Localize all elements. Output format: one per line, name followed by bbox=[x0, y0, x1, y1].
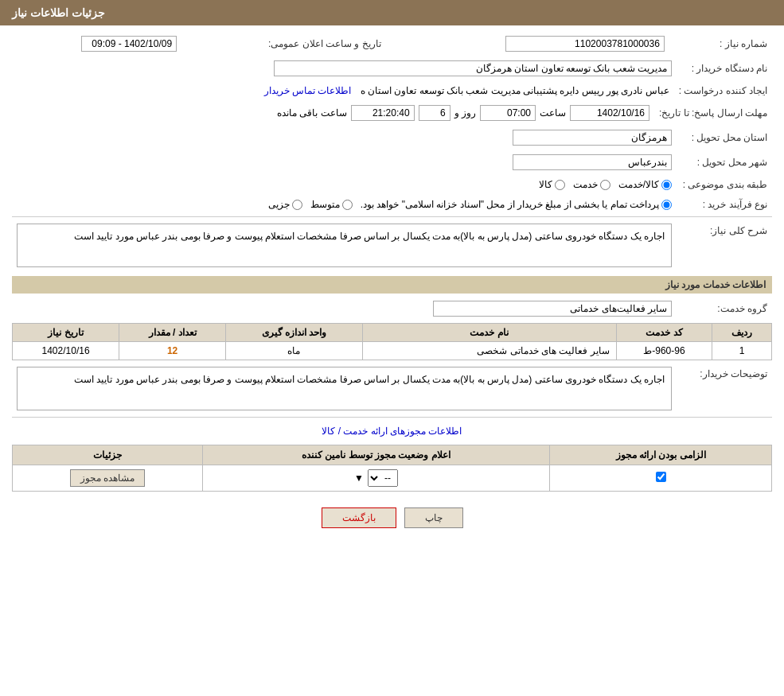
send-date-input[interactable] bbox=[570, 105, 649, 121]
city-input[interactable] bbox=[513, 154, 672, 170]
permit-table-row: -- ▼ مشاهده مجوز bbox=[13, 465, 772, 492]
radio-khedmat[interactable]: خدمت bbox=[573, 179, 610, 190]
permit-status-cell: -- ▼ bbox=[202, 465, 550, 492]
info-section-requester: ایجاد کننده درخواست : عباس نادری پور ریی… bbox=[12, 83, 772, 99]
cell-name: سایر فعالیت های خدماتی شخصی bbox=[362, 342, 616, 360]
print-button[interactable]: چاپ bbox=[404, 507, 463, 528]
col-quantity: تعداد / مقدار bbox=[119, 324, 226, 342]
service-group-label: گروه خدمت: bbox=[677, 298, 772, 319]
info-section-1: شماره نیاز : تاریخ و ساعت اعلان عمومی: bbox=[12, 33, 772, 54]
permit-section-link[interactable]: اطلاعات مجوزهای ارائه خدمت / کالا bbox=[317, 421, 466, 441]
divider-2 bbox=[12, 417, 772, 418]
permit-table: الزامی بودن ارائه مجوز اعلام وضعیت مجوز … bbox=[12, 445, 772, 492]
announce-date-label: تاریخ و ساعت اعلان عمومی: bbox=[181, 33, 397, 54]
info-section-notes: توضیحات خریدار: اجاره یک دستگاه خودروی س… bbox=[12, 364, 772, 413]
table-row: 1 960-96-ط سایر فعالیت های خدماتی شخصی م… bbox=[13, 342, 772, 360]
permit-required-cell bbox=[550, 465, 772, 492]
cell-code: 960-96-ط bbox=[616, 342, 712, 360]
radio-kala-khedmat[interactable]: کالا/خدمت bbox=[618, 179, 672, 190]
cell-unit: ماه bbox=[226, 342, 363, 360]
info-section-city: شهر محل تحویل : bbox=[12, 152, 772, 173]
process-label: نوع فرآیند خرید : bbox=[677, 196, 772, 212]
info-section-province: استان محل تحویل : bbox=[12, 127, 772, 148]
services-section-title: اطلاعات خدمات مورد نیاز bbox=[12, 276, 772, 294]
col-row: ردیف bbox=[712, 324, 772, 342]
buyer-org-label: نام دستگاه خریدار : bbox=[677, 58, 772, 79]
services-table: ردیف کد خدمت نام خدمت واحد اندازه گیری ت… bbox=[12, 323, 772, 360]
radio-process-note: پرداخت تمام یا بخشی از مبلغ خریدار از مح… bbox=[361, 199, 672, 210]
cell-date: 1402/10/16 bbox=[13, 342, 119, 360]
info-section-buyer: نام دستگاه خریدار : bbox=[12, 58, 772, 79]
divider-1 bbox=[12, 216, 772, 217]
info-section-service-group: گروه خدمت: bbox=[12, 298, 772, 319]
radio-partial[interactable]: جزیی bbox=[268, 199, 302, 210]
need-description-text: اجاره یک دستگاه خودروی ساعتی (مدل پارس ب… bbox=[17, 224, 672, 267]
province-input[interactable] bbox=[513, 130, 672, 146]
requester-name: عباس نادری پور رییس دایره پشتیبانی مدیری… bbox=[361, 85, 669, 96]
buyer-notes-text: اجاره یک دستگاه خودروی ساعتی (مدل پارس ب… bbox=[17, 367, 672, 410]
info-section-process: نوع فرآیند خرید : پرداخت تمام یا بخشی از… bbox=[12, 196, 772, 212]
province-label: استان محل تحویل : bbox=[677, 127, 772, 148]
need-number-label: شماره نیاز : bbox=[669, 33, 772, 54]
process-note-text: پرداخت تمام یا بخشی از مبلغ خریدار از مح… bbox=[361, 199, 659, 210]
page-wrapper: جزئیات اطلاعات نیاز شماره نیاز : تاریخ و… bbox=[0, 0, 784, 696]
permit-col-details: جزئیات bbox=[13, 445, 203, 465]
page-title: جزئیات اطلاعات نیاز bbox=[12, 6, 105, 19]
day-label: روز و bbox=[454, 107, 476, 119]
send-date-label: مهلت ارسال پاسخ: تا تاریخ: bbox=[654, 103, 772, 123]
page-header: جزئیات اطلاعات نیاز bbox=[0, 0, 784, 25]
view-permit-button[interactable]: مشاهده مجوز bbox=[70, 469, 145, 487]
cell-quantity: 12 bbox=[119, 342, 226, 360]
requester-contact-link[interactable]: اطلاعات تماس خریدار bbox=[264, 85, 352, 96]
cell-row: 1 bbox=[712, 342, 772, 360]
back-button[interactable]: بازگشت bbox=[322, 507, 396, 528]
main-content: شماره نیاز : تاریخ و ساعت اعلان عمومی: ن… bbox=[0, 25, 784, 548]
category-label: طبقه بندی موضوعی : bbox=[677, 177, 772, 192]
permit-status-select[interactable]: -- bbox=[368, 469, 398, 487]
send-time-input[interactable] bbox=[480, 105, 536, 121]
city-label: شهر محل تحویل : bbox=[677, 152, 772, 173]
chevron-down-icon: ▼ bbox=[354, 472, 364, 484]
info-section-desc: شرح کلی نیاز: اجاره یک دستگاه خودروی ساع… bbox=[12, 221, 772, 270]
radio-kala[interactable]: کالا bbox=[539, 179, 565, 190]
col-date: تاریخ نیاز bbox=[13, 324, 119, 342]
info-section-category: طبقه بندی موضوعی : کالا/خدمت خدمت bbox=[12, 177, 772, 192]
permit-col-required: الزامی بودن ارائه مجوز bbox=[550, 445, 772, 465]
permit-required-checkbox[interactable] bbox=[656, 472, 666, 482]
need-desc-label: شرح کلی نیاز: bbox=[677, 221, 772, 270]
col-code: کد خدمت bbox=[616, 324, 712, 342]
buyer-org-input[interactable] bbox=[274, 60, 672, 76]
col-unit: واحد اندازه گیری bbox=[226, 324, 363, 342]
service-group-input[interactable] bbox=[433, 301, 672, 317]
remain-label: ساعت باقی مانده bbox=[277, 107, 347, 119]
action-buttons: چاپ بازگشت bbox=[12, 496, 772, 540]
buyer-notes-label: توضیحات خریدار: bbox=[677, 364, 772, 413]
remain-time-input[interactable] bbox=[351, 105, 415, 121]
requester-label: ایجاد کننده درخواست : bbox=[674, 83, 772, 99]
permit-col-status: اعلام وضعیت مجوز توسط نامین کننده bbox=[202, 445, 550, 465]
info-section-date: مهلت ارسال پاسخ: تا تاریخ: ساعت روز و سا… bbox=[12, 103, 772, 123]
day-input[interactable] bbox=[419, 105, 451, 121]
announce-date-input[interactable] bbox=[81, 36, 177, 52]
need-number-input[interactable] bbox=[505, 36, 665, 52]
time-label: ساعت bbox=[540, 107, 566, 119]
radio-medium[interactable]: متوسط bbox=[310, 199, 353, 210]
col-name: نام خدمت bbox=[362, 324, 616, 342]
permit-details-cell: مشاهده مجوز bbox=[13, 465, 203, 492]
